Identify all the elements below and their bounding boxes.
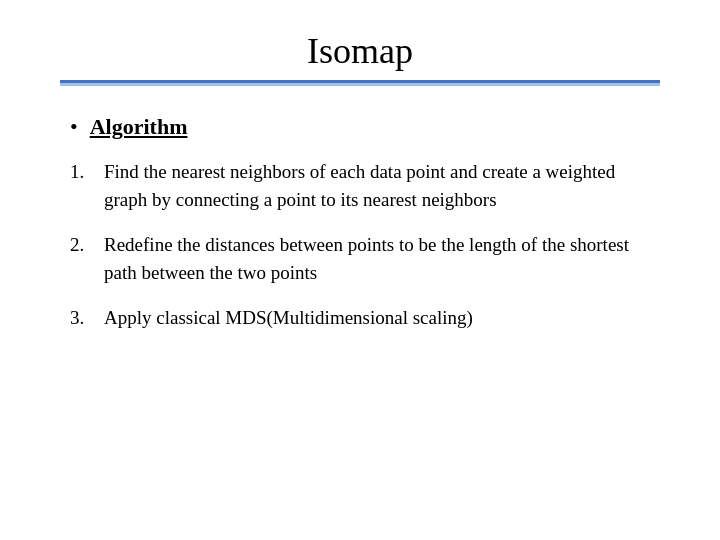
list-item: 2. Redefine the distances between points… <box>70 231 660 286</box>
divider-bottom-line <box>60 83 660 86</box>
slide-title: Isomap <box>60 30 660 72</box>
title-divider <box>60 80 660 86</box>
step-number-1: 1. <box>70 158 104 186</box>
step-number-2: 2. <box>70 231 104 259</box>
list-item: 1. Find the nearest neighbors of each da… <box>70 158 660 213</box>
step-number-3: 3. <box>70 304 104 332</box>
title-area: Isomap <box>60 30 660 72</box>
list-item: 3. Apply classical MDS(Multidimensional … <box>70 304 660 332</box>
algorithm-label: Algorithm <box>90 114 188 140</box>
algorithm-heading: • Algorithm <box>70 114 660 140</box>
bullet-point: • <box>70 114 78 140</box>
steps-list: 1. Find the nearest neighbors of each da… <box>70 158 660 332</box>
slide: Isomap • Algorithm 1. Find the nearest n… <box>0 0 720 540</box>
step-text-3: Apply classical MDS(Multidimensional sca… <box>104 304 660 332</box>
step-text-1: Find the nearest neighbors of each data … <box>104 158 660 213</box>
content-area: • Algorithm 1. Find the nearest neighbor… <box>60 114 660 332</box>
step-text-2: Redefine the distances between points to… <box>104 231 660 286</box>
